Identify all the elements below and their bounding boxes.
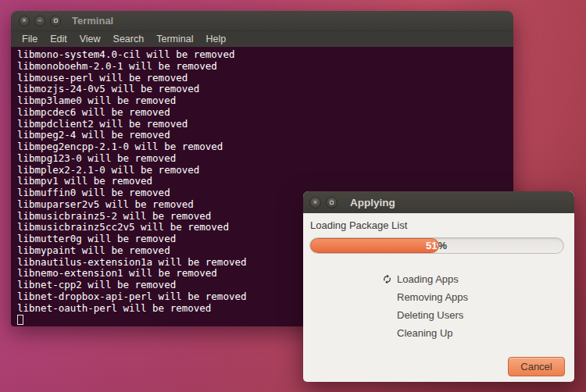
terminal-line: libmozjs-24-0v5 will be removed [17, 84, 513, 95]
menu-item[interactable]: File [16, 34, 44, 45]
menu-item[interactable]: Search [107, 34, 151, 45]
terminal-line: libmonoboehm-2.0-1 will be removed [17, 61, 513, 73]
maximize-icon[interactable] [50, 16, 61, 27]
progress-label-light: 51% [311, 239, 439, 252]
applying-dialog: × Applying Loading Package List 51% 51% … [303, 191, 574, 382]
task-label: Cleaning Up [397, 327, 453, 339]
close-icon[interactable]: × [19, 16, 30, 27]
menu-item[interactable]: Edit [44, 34, 73, 45]
terminal-line: libmouse-perl will be removed [17, 73, 513, 84]
progress-fill: 51% [310, 238, 439, 253]
close-icon[interactable]: × [309, 197, 321, 208]
refresh-icon [381, 274, 392, 285]
menu-item[interactable]: Help [199, 34, 232, 45]
terminal-line: libmpg123-0 will be removed [17, 153, 513, 165]
status-label: Loading Package List [310, 219, 564, 231]
terminal-line: libmono-system4.0-cil will be removed [17, 49, 513, 61]
terminal-menubar: FileEditViewSearchTerminalHelp [11, 31, 513, 47]
terminal-line: libmp3lame0 will be removed [17, 95, 513, 107]
cancel-button[interactable]: Cancel [508, 357, 565, 376]
task-item: Deleting Users [381, 306, 564, 324]
progress-bar: 51% 51% [309, 237, 564, 254]
terminal-cursor [17, 315, 23, 325]
task-list: Loading Apps Removing Apps Deleting User… [381, 270, 564, 342]
menu-item[interactable]: View [73, 34, 107, 45]
terminal-window-title: Terminal [72, 15, 113, 27]
task-label: Deleting Users [397, 309, 463, 321]
terminal-line: libmpeg2-4 will be removed [17, 130, 513, 141]
terminal-line: libmplex2-2.1-0 will be removed [17, 165, 513, 176]
terminal-titlebar[interactable]: × − Terminal [11, 11, 513, 31]
task-label: Removing Apps [397, 291, 468, 303]
terminal-line: libmpcdec6 will be removed [17, 107, 513, 119]
maximize-icon[interactable] [326, 197, 338, 208]
task-label: Loading Apps [397, 273, 459, 285]
terminal-line: libmpdclient2 will be removed [17, 119, 513, 130]
dialog-titlebar[interactable]: × Applying [303, 191, 574, 213]
task-item: Removing Apps [381, 288, 564, 306]
menu-item[interactable]: Terminal [150, 34, 199, 45]
dialog-title: Applying [350, 197, 395, 208]
terminal-line: libmpeg2encpp-2.1-0 will be removed [17, 141, 513, 153]
task-item: Loading Apps [381, 270, 564, 288]
terminal-line: libmpv1 will be removed [17, 176, 513, 187]
minimize-icon[interactable]: − [34, 16, 45, 27]
task-item: Cleaning Up [381, 324, 564, 342]
